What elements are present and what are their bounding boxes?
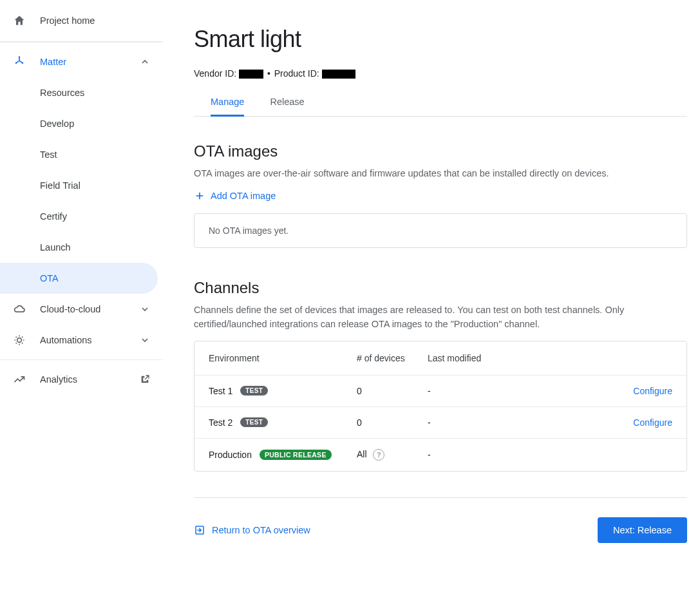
sidebar-sub-test[interactable]: Test [0, 139, 163, 170]
table-row: Test 2 TEST 0 - Configure [194, 406, 686, 438]
home-icon [13, 14, 40, 27]
channel-devices: 0 [357, 417, 428, 428]
status-badge: TEST [240, 386, 268, 396]
sidebar: Project home Matter Resources Develop Te… [0, 0, 163, 601]
sidebar-label-analytics: Analytics [40, 374, 140, 385]
sidebar-label-automations: Automations [40, 335, 140, 345]
chevron-down-icon [140, 335, 150, 345]
table-header: Environment # of devices Last modified [194, 341, 686, 375]
svg-point-3 [17, 338, 22, 343]
channel-modified: - [428, 386, 633, 396]
channel-devices: 0 [357, 386, 428, 396]
ota-description: OTA images are over-the-air software and… [194, 167, 657, 181]
main-content: Smart light Vendor ID: • Product ID: Man… [163, 0, 700, 601]
sidebar-project-home[interactable]: Project home [0, 14, 163, 27]
channel-modified: - [428, 450, 672, 460]
svg-point-1 [15, 62, 17, 64]
svg-point-0 [19, 56, 21, 58]
svg-point-2 [22, 62, 24, 64]
ota-empty-state: No OTA images yet. [194, 213, 687, 248]
return-overview-link[interactable]: Return to OTA overview [194, 524, 310, 536]
sidebar-sub-certify[interactable]: Certify [0, 201, 163, 232]
add-ota-label: Add OTA image [211, 191, 276, 201]
matter-icon [13, 55, 40, 68]
configure-link[interactable]: Configure [633, 386, 672, 396]
sidebar-cloud[interactable]: Cloud-to-cloud [0, 294, 163, 325]
sidebar-sub-resources[interactable]: Resources [0, 77, 163, 108]
meta-separator: • [267, 68, 270, 79]
return-label: Return to OTA overview [212, 525, 310, 535]
help-icon[interactable]: ? [373, 449, 384, 461]
chevron-down-icon [140, 304, 150, 314]
col-header-environment: Environment [209, 353, 357, 363]
status-badge: PUBLIC RELEASE [260, 450, 332, 460]
cloud-icon [13, 303, 40, 316]
channel-modified: - [428, 417, 633, 428]
sidebar-sub-ota[interactable]: OTA [0, 263, 158, 294]
external-link-icon [140, 374, 150, 385]
add-ota-image-button[interactable]: Add OTA image [194, 190, 276, 202]
vendor-id-label: Vendor ID: [194, 68, 236, 79]
ota-heading: OTA images [194, 142, 687, 160]
footer-bar: Return to OTA overview Next: Release [194, 497, 687, 543]
sidebar-sub-fieldtrial[interactable]: Field Trial [0, 170, 163, 201]
tab-manage[interactable]: Manage [211, 97, 244, 117]
vendor-id-redacted [239, 70, 263, 79]
channel-name: Test 2 [209, 417, 232, 428]
sidebar-label-matter: Matter [40, 57, 140, 67]
tab-release[interactable]: Release [270, 97, 304, 116]
col-header-modified: Last modified [428, 353, 672, 363]
channel-devices: All [357, 449, 367, 459]
sidebar-matter[interactable]: Matter [0, 46, 163, 77]
sidebar-label-cloud: Cloud-to-cloud [40, 304, 140, 314]
product-id-label: Product ID: [274, 68, 319, 79]
sidebar-sub-launch[interactable]: Launch [0, 232, 163, 263]
sidebar-analytics[interactable]: Analytics [0, 364, 163, 395]
sidebar-automations[interactable]: Automations [0, 325, 163, 356]
return-icon [194, 524, 205, 536]
status-badge: TEST [240, 417, 268, 427]
product-id-redacted [322, 70, 355, 79]
automations-icon [13, 334, 40, 347]
channel-name: Production [209, 450, 252, 460]
sidebar-sub-develop[interactable]: Develop [0, 108, 163, 139]
channels-heading: Channels [194, 279, 687, 297]
page-title: Smart light [194, 26, 687, 53]
plus-icon [194, 190, 205, 202]
channels-table: Environment # of devices Last modified T… [194, 341, 687, 472]
tabs: Manage Release [194, 97, 687, 117]
channels-description: Channels define the set of devices that … [194, 303, 657, 332]
channel-name: Test 1 [209, 386, 232, 396]
table-row: Production PUBLIC RELEASE All ? - [194, 438, 686, 471]
sidebar-label-home: Project home [40, 15, 150, 26]
device-meta: Vendor ID: • Product ID: [194, 68, 687, 79]
analytics-icon [13, 373, 40, 386]
col-header-devices: # of devices [357, 353, 428, 363]
next-release-button[interactable]: Next: Release [598, 517, 687, 543]
configure-link[interactable]: Configure [633, 417, 672, 428]
table-row: Test 1 TEST 0 - Configure [194, 375, 686, 406]
chevron-up-icon [140, 57, 150, 67]
